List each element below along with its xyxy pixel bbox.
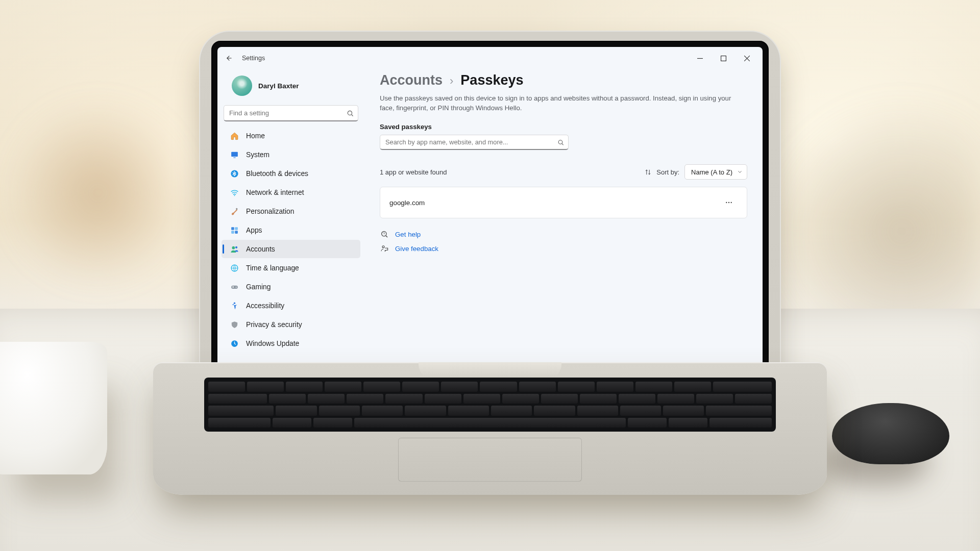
laptop: Settings bbox=[199, 31, 781, 418]
sidebar-item-label: Home bbox=[246, 132, 265, 140]
svg-rect-1 bbox=[697, 58, 703, 58]
sidebar-item-windows-update[interactable]: Windows Update bbox=[222, 334, 360, 353]
brush-icon bbox=[230, 207, 239, 216]
svg-line-31 bbox=[386, 236, 387, 237]
maximize-icon bbox=[721, 56, 726, 61]
sidebar-item-home[interactable]: Home bbox=[222, 127, 360, 145]
profile-name: Daryl Baxter bbox=[258, 82, 299, 90]
close-button[interactable] bbox=[735, 51, 758, 66]
keyboard bbox=[204, 378, 776, 432]
profile-block[interactable]: Daryl Baxter bbox=[220, 72, 361, 103]
results-count: 1 app or website found bbox=[380, 168, 447, 176]
sidebar-search-input[interactable] bbox=[229, 109, 342, 117]
svg-line-26 bbox=[562, 143, 563, 144]
globe-clock-icon bbox=[230, 263, 239, 272]
chevron-right-icon: › bbox=[450, 74, 453, 88]
sidebar-search[interactable] bbox=[224, 105, 358, 121]
svg-point-16 bbox=[232, 246, 235, 249]
sidebar-item-label: Apps bbox=[246, 227, 262, 234]
minimize-icon bbox=[697, 56, 703, 61]
sidebar-item-label: Privacy & security bbox=[246, 321, 302, 329]
svg-point-10 bbox=[234, 195, 235, 196]
sidebar-item-label: Windows Update bbox=[246, 340, 299, 347]
arrow-left-icon bbox=[226, 55, 233, 62]
give-feedback-link[interactable]: Give feedback bbox=[395, 245, 438, 253]
photo-background: Settings bbox=[0, 0, 980, 551]
list-header: 1 app or website found Sort by: Name (A … bbox=[380, 164, 747, 180]
svg-line-6 bbox=[352, 114, 353, 116]
svg-rect-19 bbox=[231, 285, 238, 288]
accounts-icon bbox=[230, 244, 239, 254]
minimize-button[interactable] bbox=[688, 51, 712, 66]
breadcrumb-parent[interactable]: Accounts bbox=[380, 72, 443, 88]
feedback-icon bbox=[380, 244, 389, 253]
sidebar-item-label: Personalization bbox=[246, 208, 294, 215]
bluetooth-icon bbox=[230, 169, 239, 178]
search-icon bbox=[347, 110, 354, 117]
svg-point-23 bbox=[233, 302, 235, 304]
svg-point-5 bbox=[348, 111, 352, 115]
wifi-icon bbox=[230, 188, 239, 197]
back-button[interactable] bbox=[224, 53, 235, 64]
system-icon bbox=[230, 150, 239, 159]
svg-point-29 bbox=[731, 202, 732, 203]
sort-arrows-icon bbox=[645, 169, 651, 176]
sidebar-item-apps[interactable]: Apps bbox=[222, 221, 360, 239]
sidebar-nav: Home System Bluetooth & devices Net bbox=[220, 127, 361, 353]
sidebar-item-gaming[interactable]: Gaming bbox=[222, 278, 360, 296]
laptop-screen-bezel: Settings bbox=[199, 31, 781, 418]
avatar bbox=[232, 76, 252, 96]
sidebar-item-accessibility[interactable]: Accessibility bbox=[222, 296, 360, 315]
svg-point-28 bbox=[728, 202, 729, 203]
saved-passkeys-label: Saved passkeys bbox=[380, 123, 747, 131]
svg-rect-14 bbox=[231, 231, 234, 234]
sidebar-item-label: Network & internet bbox=[246, 189, 304, 196]
sidebar-item-time-language[interactable]: Time & language bbox=[222, 259, 360, 277]
titlebar: Settings bbox=[217, 47, 763, 69]
page-description: Use the passkeys saved on this device to… bbox=[380, 93, 732, 113]
svg-rect-8 bbox=[233, 157, 235, 158]
sidebar-item-personalization[interactable]: Personalization bbox=[222, 202, 360, 220]
chevron-down-icon bbox=[737, 169, 743, 175]
accessibility-icon bbox=[230, 301, 239, 310]
svg-rect-13 bbox=[235, 227, 238, 230]
svg-point-33 bbox=[382, 246, 384, 248]
page-title: Passkeys bbox=[460, 72, 523, 88]
breadcrumb: Accounts › Passkeys bbox=[380, 72, 747, 88]
passkey-domain: google.com bbox=[389, 199, 425, 207]
svg-point-20 bbox=[235, 286, 236, 287]
sidebar-item-label: Accessibility bbox=[246, 302, 284, 310]
sidebar-item-network[interactable]: Network & internet bbox=[222, 183, 360, 202]
gamepad-icon bbox=[230, 282, 239, 291]
get-help-row: ? Get help bbox=[380, 230, 747, 239]
help-links: ? Get help Give feedback bbox=[380, 230, 747, 253]
svg-rect-12 bbox=[231, 227, 234, 230]
passkeys-search-input[interactable] bbox=[385, 138, 553, 146]
svg-rect-7 bbox=[231, 152, 238, 156]
sort-by-label: Sort by: bbox=[656, 168, 679, 176]
computer-mouse bbox=[832, 403, 949, 464]
sidebar-item-label: Gaming bbox=[246, 283, 271, 291]
svg-rect-11 bbox=[235, 208, 237, 210]
get-help-link[interactable]: Get help bbox=[395, 231, 421, 238]
sidebar-item-label: System bbox=[246, 151, 270, 159]
svg-point-17 bbox=[235, 246, 237, 248]
search-icon bbox=[557, 139, 564, 145]
sidebar-item-bluetooth[interactable]: Bluetooth & devices bbox=[222, 164, 360, 183]
sidebar-item-accounts[interactable]: Accounts bbox=[222, 240, 360, 258]
close-icon bbox=[744, 56, 750, 61]
laptop-lip-notch bbox=[419, 362, 561, 380]
sidebar-item-system[interactable]: System bbox=[222, 145, 360, 164]
maximize-button[interactable] bbox=[712, 51, 735, 66]
home-icon bbox=[230, 131, 239, 140]
apps-icon bbox=[230, 226, 239, 235]
passkey-more-button[interactable] bbox=[720, 195, 738, 210]
svg-rect-2 bbox=[721, 56, 726, 61]
passkeys-search[interactable] bbox=[380, 135, 569, 150]
sort-dropdown[interactable]: Name (A to Z) bbox=[684, 164, 747, 180]
sidebar-item-privacy[interactable]: Privacy & security bbox=[222, 315, 360, 334]
more-horizontal-icon bbox=[725, 198, 733, 207]
update-icon bbox=[230, 339, 239, 348]
sort-value: Name (A to Z) bbox=[691, 168, 732, 176]
passkey-item[interactable]: google.com bbox=[380, 187, 747, 218]
